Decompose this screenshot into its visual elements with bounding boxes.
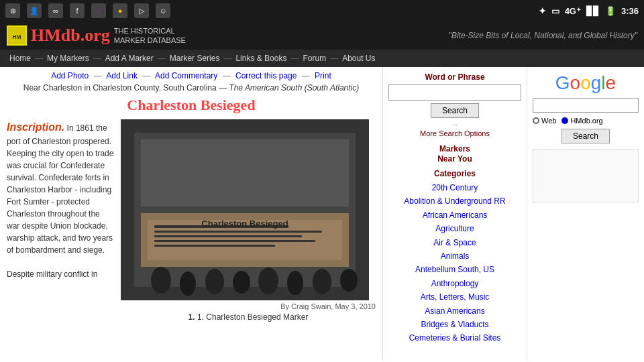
markers-near-sub: Near You: [437, 154, 472, 164]
category-bridges[interactable]: Bridges & Viaducts: [388, 318, 521, 331]
search-label: Word or Phrase: [388, 72, 521, 82]
category-animals[interactable]: Animals: [388, 249, 521, 263]
sep4: —: [302, 71, 310, 80]
category-20th-century[interactable]: 20th Century: [388, 181, 521, 194]
radio-hmdb-dot: [561, 117, 568, 124]
search-input[interactable]: [388, 84, 521, 101]
marker-caption-label: 1. 1. Charleston Besieged Marker: [121, 312, 376, 322]
marker-caption-text: 1. Charleston Besieged Marker: [197, 312, 308, 322]
site-logo[interactable]: HM HMdb.org THE HISTORICAL MARKER DATABA…: [7, 25, 186, 46]
svg-point-16: [205, 269, 224, 294]
radio-web-dot: [533, 117, 539, 124]
signal-bars: ▊▊: [586, 6, 600, 16]
nav-links-books[interactable]: Links & Books: [233, 52, 289, 64]
logo-subtitle2: MARKER DATABASE: [114, 36, 186, 45]
google-o2: o: [580, 72, 591, 93]
google-sidebar: Google Web HMdb.org Search: [527, 67, 644, 361]
location-static: Near Charleston in Charleston County, So…: [23, 83, 229, 93]
hmdb-sidebar: Word or Phrase Search ... More Search Op…: [382, 67, 527, 361]
google-g: G: [555, 72, 570, 93]
category-arts[interactable]: Arts, Letters, Music: [388, 290, 521, 304]
nav-marker-series[interactable]: Marker Series: [167, 52, 223, 64]
category-antebellum[interactable]: Antebellum South, US: [388, 263, 521, 276]
add-photo-link[interactable]: Add Photo: [51, 71, 89, 80]
google-o1: o: [570, 72, 581, 93]
google-search-button[interactable]: Search: [561, 129, 610, 143]
location-region: The American South (South Atlantic): [229, 83, 359, 93]
content-columns: Inscription. In 1861 the port of Charles…: [7, 119, 376, 322]
content-area: Add Photo — Add Link — Add Commentary — …: [0, 67, 382, 361]
inscription-body: In 1861 the port of Charleston prospered…: [7, 123, 113, 255]
google-g2: g: [591, 72, 602, 93]
category-african-americans[interactable]: African Americans: [388, 208, 521, 222]
search-button[interactable]: Search: [431, 103, 479, 118]
wifi-icon: ▭: [551, 6, 559, 16]
svg-point-18: [258, 267, 278, 294]
status-icons: ⊕ 👤 ∞ f V ● ▷ ☺: [5, 3, 170, 18]
google-logo: Google: [533, 72, 639, 94]
markers-near-link[interactable]: Markers Near You: [437, 144, 472, 164]
svg-text:HM: HM: [13, 34, 21, 40]
category-asian-americans[interactable]: Asian Americans: [388, 304, 521, 318]
icon-ghost: ☺: [156, 3, 170, 18]
signal-icon: 4G⁺: [565, 6, 581, 16]
action-links: Add Photo — Add Link — Add Commentary — …: [7, 71, 376, 80]
marker-number: 1.: [189, 312, 197, 322]
nav-my-markers[interactable]: My Markers: [44, 52, 92, 64]
correct-page-link[interactable]: Correct this page: [235, 71, 297, 80]
svg-rect-5: [141, 139, 349, 206]
icon-person: 👤: [27, 3, 42, 18]
svg-rect-9: [154, 231, 322, 233]
status-right: ✦ ▭ 4G⁺ ▊▊ 🔋 3:36: [539, 6, 639, 16]
print-link[interactable]: Print: [315, 71, 331, 80]
google-e: e: [606, 72, 616, 93]
nav-sep5: —: [290, 54, 299, 63]
category-agriculture[interactable]: Agriculture: [388, 222, 521, 235]
nav-about[interactable]: About Us: [339, 52, 378, 64]
logo-text: HMdb.org: [31, 25, 110, 46]
add-link-link[interactable]: Add Link: [106, 71, 138, 80]
svg-text:Charleston Besieged: Charleston Besieged: [201, 219, 288, 229]
markers-near-label: Markers: [439, 144, 470, 154]
photo-caption: By Craig Swain, May 3, 2010: [121, 302, 376, 310]
svg-point-17: [233, 271, 250, 294]
nav-home[interactable]: Home: [7, 52, 34, 64]
nav-sep2: —: [93, 54, 101, 63]
battery-icon: 🔋: [605, 6, 616, 16]
logo-icon: HM: [7, 25, 27, 46]
nav-forum[interactable]: Forum: [300, 52, 329, 64]
logo-subtitle1: THE HISTORICAL: [114, 26, 186, 36]
more-search-link[interactable]: More Search Options: [420, 129, 490, 137]
radio-web[interactable]: Web: [533, 117, 556, 125]
radio-web-label: Web: [541, 117, 556, 125]
dots: ...: [388, 121, 521, 127]
ad-area: [533, 149, 639, 202]
main-layout: Add Photo — Add Link — Add Commentary — …: [0, 67, 644, 361]
logo-tagline: "Bite-Size Bits of Local, National, and …: [449, 31, 637, 40]
radio-hmdb[interactable]: HMdb.org: [561, 117, 602, 125]
svg-point-14: [151, 267, 171, 294]
nav-add-marker[interactable]: Add A Marker: [103, 52, 156, 64]
svg-rect-10: [154, 235, 302, 237]
nav-sep6: —: [330, 54, 338, 63]
radio-hmdb-label: HMdb.org: [570, 117, 602, 125]
add-commentary-link[interactable]: Add Commentary: [155, 71, 217, 80]
google-search-input[interactable]: [533, 98, 639, 113]
svg-point-20: [313, 269, 331, 294]
sep2: —: [142, 71, 150, 80]
icon-at: ⊕: [5, 3, 20, 18]
bluetooth-icon: ✦: [539, 6, 546, 16]
icon-viber: V: [91, 3, 106, 18]
nav-bar: Home — My Markers — Add A Marker — Marke…: [0, 50, 644, 67]
icon-rings: ∞: [48, 3, 63, 18]
category-anthropology[interactable]: Anthropology: [388, 277, 521, 290]
nav-sep1: —: [35, 54, 43, 63]
category-abolition[interactable]: Abolition & Underground RR: [388, 194, 521, 208]
category-air-space[interactable]: Air & Space: [388, 236, 521, 249]
status-bar: ⊕ 👤 ∞ f V ● ▷ ☺ ✦ ▭ 4G⁺ ▊▊ 🔋 3:36: [0, 0, 644, 21]
svg-rect-11: [154, 240, 315, 242]
nav-sep3: —: [158, 54, 166, 63]
logo-subtext: THE HISTORICAL MARKER DATABASE: [114, 26, 186, 46]
svg-point-15: [180, 272, 196, 296]
category-cemeteries[interactable]: Cemeteries & Burial Sites: [388, 331, 521, 345]
